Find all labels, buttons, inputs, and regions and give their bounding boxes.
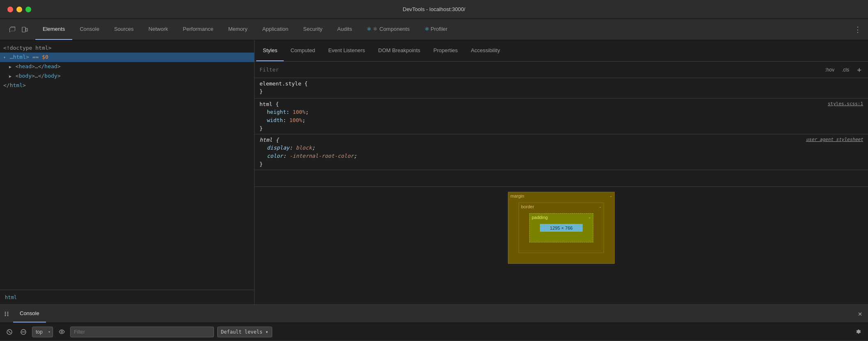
- console-block-icon[interactable]: [18, 327, 29, 337]
- context-select[interactable]: top: [32, 327, 53, 337]
- svg-point-5: [7, 311, 9, 313]
- style-rule-html: html { styles.scss:1 height: 100%; width…: [255, 99, 868, 134]
- tab-profiler[interactable]: ⚛ Profiler: [417, 19, 455, 40]
- subtab-dom-breakpoints[interactable]: DOM Breakpoints: [372, 40, 427, 61]
- console-tab-bar: Console ×: [0, 305, 868, 323]
- svg-point-6: [7, 313, 9, 314]
- main-area: <!doctype html> ▾ …html> == $0 ▶ <head>……: [0, 40, 868, 304]
- rule-closing-element: }: [259, 88, 863, 96]
- box-content-layer: 1295 × 766: [540, 224, 583, 232]
- console-drag-handle[interactable]: [0, 305, 13, 323]
- elements-panel: <!doctype html> ▾ …html> == $0 ▶ <head>……: [0, 40, 255, 304]
- title-bar: DevTools - localhost:3000/: [0, 0, 868, 19]
- console-close-button[interactable]: ×: [852, 305, 868, 323]
- box-model: margin - border - padding - 1: [508, 192, 615, 264]
- inspect-icon[interactable]: [7, 24, 18, 35]
- bottom-area: Console × top ▾: [0, 304, 868, 341]
- console-filter-input[interactable]: [70, 327, 214, 337]
- console-clear-button[interactable]: [4, 327, 15, 337]
- console-tab-console[interactable]: Console: [13, 305, 46, 323]
- tab-audits[interactable]: Audits: [330, 19, 359, 40]
- sub-tab-bar: Styles Computed Event Listeners DOM Brea…: [255, 40, 868, 62]
- box-model-area: margin - border - padding - 1: [255, 187, 868, 269]
- default-levels-button[interactable]: Default levels ▾: [217, 327, 272, 337]
- box-margin-label: margin: [510, 194, 524, 198]
- tree-html-close[interactable]: </html>: [0, 81, 254, 90]
- rule-header-element: element.style {: [259, 81, 863, 87]
- add-style-button[interactable]: +: [855, 65, 863, 74]
- svg-rect-1: [26, 28, 28, 31]
- elements-tree[interactable]: <!doctype html> ▾ …html> == $0 ▶ <head>……: [0, 40, 254, 290]
- styles-filter-input[interactable]: [259, 67, 819, 73]
- tree-head[interactable]: ▶ <head>…</head>: [0, 62, 254, 71]
- rule-source-html-ua: user agent stylesheet: [806, 137, 863, 142]
- rule-selector-html-ua[interactable]: html {: [259, 137, 279, 143]
- styles-spacer: [255, 170, 868, 187]
- hov-button[interactable]: :hov: [822, 66, 837, 74]
- console-settings-button[interactable]: [853, 327, 864, 337]
- tree-doctype[interactable]: <!doctype html>: [0, 44, 254, 53]
- tab-elements[interactable]: Elements: [35, 19, 72, 40]
- svg-point-3: [5, 313, 6, 314]
- context-select-wrapper: top ▾: [32, 327, 53, 337]
- subtab-styles[interactable]: Styles: [256, 40, 284, 61]
- svg-point-12: [61, 331, 62, 333]
- tab-performance[interactable]: Performance: [175, 19, 220, 40]
- window-title: DevTools - localhost:3000/: [403, 6, 465, 12]
- svg-point-4: [5, 315, 6, 316]
- react-icon-components: ⚛: [367, 26, 372, 32]
- style-rule-html-ua: html { user agent stylesheet display: bl…: [255, 134, 868, 170]
- rule-prop-color[interactable]: color: -internal-root-color;: [259, 152, 863, 160]
- tree-body[interactable]: ▶ <body>…</body>: [0, 71, 254, 81]
- tree-html[interactable]: ▾ …html> == $0: [0, 53, 254, 62]
- svg-line-9: [8, 331, 11, 333]
- style-rule-element: element.style { }: [255, 78, 868, 99]
- rule-header-html-ua: html { user agent stylesheet: [259, 137, 863, 143]
- tab-console[interactable]: Console: [72, 19, 107, 40]
- rule-header-html: html { styles.scss:1: [259, 101, 863, 107]
- tab-security[interactable]: Security: [296, 19, 330, 40]
- tree-triangle-head: ▶: [9, 65, 11, 69]
- minimize-button[interactable]: [16, 7, 22, 12]
- tab-sources[interactable]: Sources: [107, 19, 141, 40]
- subtab-accessibility[interactable]: Accessibility: [464, 40, 507, 61]
- box-border-value: -: [599, 204, 602, 210]
- rule-closing-html: }: [259, 124, 863, 131]
- box-padding-value: -: [588, 215, 591, 220]
- box-margin-value: -: [609, 194, 612, 199]
- rule-prop-width[interactable]: width: 100%;: [259, 116, 863, 124]
- toolbar-icons: [2, 19, 35, 40]
- styles-panel: Styles Computed Event Listeners DOM Brea…: [255, 40, 868, 304]
- box-border-label: border: [521, 204, 534, 209]
- rule-source-html[interactable]: styles.scss:1: [828, 101, 863, 106]
- console-toolbar: top ▾ Default levels ▾: [0, 323, 868, 341]
- styles-filter-bar: :hov .cls +: [255, 62, 868, 78]
- box-padding-label: padding: [532, 215, 548, 220]
- svg-point-2: [5, 311, 6, 313]
- subtab-computed[interactable]: Computed: [284, 40, 321, 61]
- tab-components[interactable]: ⚛ ⚛ Components: [359, 19, 417, 40]
- rule-prop-display[interactable]: display: block;: [259, 144, 863, 152]
- svg-rect-0: [22, 27, 25, 32]
- rule-selector-element[interactable]: element.style {: [259, 81, 308, 87]
- maximize-button[interactable]: [25, 7, 31, 12]
- tab-network[interactable]: Network: [141, 19, 176, 40]
- svg-point-7: [7, 315, 9, 316]
- cls-button[interactable]: .cls: [839, 66, 852, 74]
- more-tabs-button[interactable]: ⋮: [847, 19, 868, 40]
- rule-selector-html[interactable]: html {: [259, 101, 279, 107]
- breadcrumb-item[interactable]: html: [5, 295, 17, 300]
- rule-closing-html-ua: }: [259, 160, 863, 167]
- tab-memory[interactable]: Memory: [221, 19, 255, 40]
- box-content-size: 1295 × 766: [550, 226, 572, 230]
- close-button[interactable]: [7, 7, 13, 12]
- top-tab-bar: Elements Console Sources Network Perform…: [0, 19, 868, 40]
- tree-triangle-html: ▾: [3, 55, 6, 60]
- subtab-event-listeners[interactable]: Event Listeners: [321, 40, 372, 61]
- console-eye-icon[interactable]: [56, 327, 67, 337]
- tab-application[interactable]: Application: [255, 19, 296, 40]
- rule-prop-height[interactable]: height: 100%;: [259, 108, 863, 116]
- subtab-properties[interactable]: Properties: [427, 40, 464, 61]
- breadcrumb: html: [0, 290, 254, 304]
- device-toolbar-icon[interactable]: [19, 24, 30, 35]
